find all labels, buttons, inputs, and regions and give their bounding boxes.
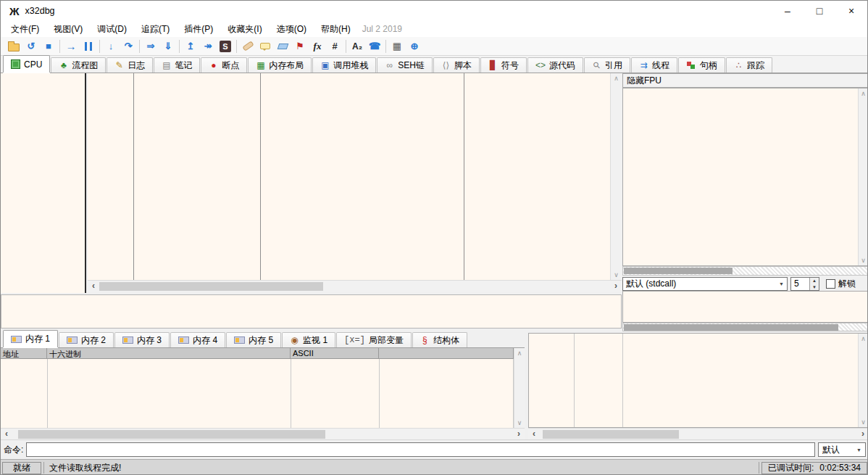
scrollbar-thumb[interactable] — [624, 324, 838, 331]
calculator-button[interactable]: ▦ — [388, 38, 406, 54]
calling-convention-select[interactable]: 默认 (stdcall) ▼ — [622, 277, 788, 291]
scroll-right-arrow[interactable]: › — [514, 429, 523, 439]
scroll-down-arrow[interactable]: ∨ — [859, 257, 868, 264]
tab-threads[interactable]: ⇉线程 — [631, 57, 677, 73]
comment-button[interactable] — [256, 38, 274, 54]
run-down-button[interactable]: ⇓ — [159, 38, 177, 54]
tab-cpu[interactable]: CPU — [3, 55, 50, 73]
menu-help[interactable]: 帮助(H) — [314, 21, 358, 37]
scrollbar-thumb[interactable] — [99, 282, 323, 291]
stack-horizontal-scrollbar[interactable]: ‹ › — [528, 428, 868, 439]
disasm-vertical-scrollbar[interactable]: ∧ ∨ — [610, 73, 622, 280]
tab-graph[interactable]: ♣流程图 — [51, 57, 106, 73]
tab-dump-2[interactable]: 内存 2 — [59, 332, 114, 347]
close-button[interactable]: × — [835, 1, 867, 21]
step-into-button[interactable]: ↓ — [102, 38, 120, 54]
column-header-ascii[interactable]: ASCII — [291, 348, 379, 359]
menu-plugins[interactable]: 插件(P) — [177, 21, 220, 37]
tab-dump-5[interactable]: 内存 5 — [226, 332, 281, 347]
scrollbar-thumb[interactable] — [543, 430, 679, 439]
menu-trace[interactable]: 追踪(T) — [134, 21, 177, 37]
bookmark-button[interactable]: ⚑ — [291, 38, 309, 54]
hide-fpu-button[interactable]: 隐藏FPU — [622, 73, 868, 88]
globe-button[interactable]: ⊕ — [406, 38, 423, 54]
seh-button[interactable]: S — [217, 38, 234, 54]
execute-till-return-button[interactable]: ⇒ — [142, 38, 159, 54]
unlock-checkbox[interactable] — [826, 279, 835, 289]
step-out-button[interactable]: ↥ — [182, 38, 199, 54]
tab-struct[interactable]: §结构体 — [412, 332, 467, 347]
open-file-button[interactable] — [5, 38, 22, 54]
menu-view[interactable]: 视图(V) — [46, 21, 90, 37]
function-button[interactable]: fx — [309, 38, 326, 54]
tab-watch-1[interactable]: ◉监视 1 — [282, 332, 335, 347]
menu-file[interactable]: 文件(F) — [4, 21, 46, 37]
scroll-down-arrow[interactable]: ∨ — [514, 419, 525, 426]
spin-up-icon[interactable]: ▲ — [810, 278, 819, 284]
tab-call-stack[interactable]: ▣调用堆栈 — [312, 57, 376, 73]
stop-button[interactable]: ■ — [40, 38, 57, 54]
tab-log[interactable]: ✎日志 — [107, 57, 153, 73]
menu-favourites[interactable]: 收藏夹(I) — [220, 21, 269, 37]
tab-script[interactable]: ⟨⟩脚本 — [433, 57, 480, 73]
scroll-down-arrow[interactable]: ∨ — [611, 271, 622, 278]
scroll-up-arrow[interactable]: ∧ — [611, 75, 622, 82]
disassembly-area[interactable] — [88, 73, 610, 280]
tab-symbols[interactable]: ▊符号 — [480, 57, 527, 73]
tab-locals[interactable]: [x=]局部变量 — [336, 332, 412, 347]
patch-button[interactable] — [239, 38, 256, 54]
tab-dump-1[interactable]: 内存 1 — [3, 330, 58, 347]
dump-horizontal-scrollbar[interactable]: ‹ › — [1, 428, 525, 439]
stack-area[interactable]: ∧ ∨ — [528, 333, 868, 428]
disasm-horizontal-scrollbar[interactable]: ‹ › — [88, 280, 622, 292]
command-input[interactable] — [26, 442, 815, 457]
registers-area[interactable]: ∧ ∨ — [622, 88, 868, 266]
unlock-checkbox-wrap[interactable]: 解锁 — [826, 278, 856, 290]
tab-source[interactable]: <>源代码 — [527, 57, 583, 73]
spin-down-icon[interactable]: ▼ — [810, 284, 819, 291]
scroll-right-arrow[interactable]: › — [859, 429, 867, 439]
scroll-left-arrow[interactable]: ‹ — [89, 281, 98, 292]
scroll-left-arrow[interactable]: ‹ — [2, 429, 11, 439]
registers-vertical-scrollbar[interactable]: ∧ ∨ — [858, 88, 868, 265]
tab-seh[interactable]: ∞SEH链 — [377, 57, 433, 73]
label-button[interactable] — [274, 38, 291, 54]
scroll-up-arrow[interactable]: ∧ — [514, 350, 525, 357]
arguments-horizontal-scrollbar[interactable] — [622, 323, 868, 331]
scroll-up-arrow[interactable]: ∧ — [859, 335, 868, 342]
tab-dump-3[interactable]: 内存 3 — [114, 332, 170, 347]
command-profile-select[interactable]: 默认 ▼ — [818, 442, 866, 457]
step-over-button[interactable]: ↷ — [120, 38, 137, 54]
column-header-hex[interactable]: 十六进制 — [47, 348, 291, 359]
scroll-up-arrow[interactable]: ∧ — [859, 90, 868, 97]
dump-table-body[interactable] — [1, 359, 514, 428]
column-header-blank[interactable] — [379, 348, 514, 359]
pause-button[interactable] — [80, 38, 97, 54]
tab-memory-map[interactable]: ▦内存布局 — [248, 57, 312, 73]
tab-references[interactable]: ⚲引用 — [584, 57, 630, 73]
tab-trace[interactable]: ∴跟踪 — [726, 57, 772, 73]
scroll-right-arrow[interactable]: › — [612, 281, 620, 292]
hash-button[interactable]: # — [326, 38, 343, 54]
dump-vertical-scrollbar[interactable]: ∧ ∨ — [514, 348, 525, 428]
argument-count-stepper[interactable]: 5 ▲ ▼ — [790, 277, 819, 291]
tab-breakpoints[interactable]: ●断点 — [201, 57, 247, 73]
tab-handles[interactable]: 句柄 — [678, 57, 725, 73]
restart-button[interactable]: ↺ — [22, 38, 40, 54]
scrollbar-thumb[interactable] — [624, 268, 733, 274]
maximize-button[interactable]: □ — [804, 1, 835, 21]
text-button[interactable]: A₂ — [349, 38, 366, 54]
minimize-button[interactable]: – — [772, 1, 804, 21]
tab-notes[interactable]: ▤笔记 — [154, 57, 200, 73]
scroll-left-arrow[interactable]: ‹ — [530, 429, 538, 439]
stack-vertical-scrollbar[interactable]: ∧ ∨ — [858, 334, 868, 427]
menu-options[interactable]: 选项(O) — [270, 21, 314, 37]
scrollbar-thumb[interactable] — [18, 430, 325, 439]
run-to-user-code-button[interactable]: ↠ — [199, 38, 217, 54]
tab-dump-4[interactable]: 内存 4 — [170, 332, 225, 347]
registers-horizontal-scrollbar[interactable] — [622, 266, 868, 276]
run-button[interactable]: → — [62, 38, 80, 54]
scroll-down-arrow[interactable]: ∨ — [859, 418, 868, 426]
column-header-address[interactable]: 地址 — [1, 348, 47, 359]
menu-debug[interactable]: 调试(D) — [90, 21, 134, 37]
